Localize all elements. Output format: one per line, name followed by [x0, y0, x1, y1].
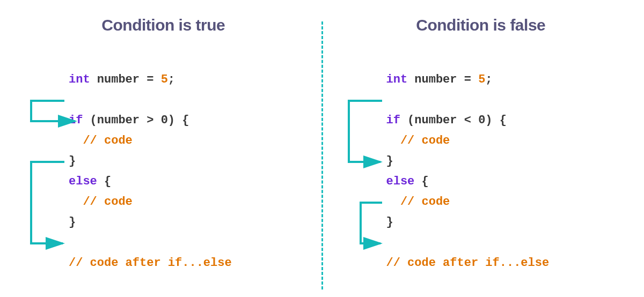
- comment-code-2: // code: [83, 195, 132, 209]
- comment-code-2: // code: [400, 195, 450, 209]
- else-open: {: [97, 175, 111, 188]
- panel-condition-true: Condition is true int number = 5; if (nu…: [11, 16, 316, 286]
- arrow-end-to-after: [361, 203, 382, 243]
- arrow-if-to-else: [349, 101, 382, 162]
- diagram-container: Condition is true int number = 5; if (nu…: [0, 0, 644, 297]
- panel-condition-false: Condition is false int number = 5; if (n…: [328, 16, 634, 286]
- kw-if: if: [386, 114, 400, 127]
- comment-after: // code after if...else: [69, 256, 232, 270]
- kw-else: else: [69, 175, 97, 188]
- title-true: Condition is true: [11, 16, 316, 34]
- decl-rest: number =: [90, 73, 161, 86]
- code-block-false: int number = 5; if (number < 0) { // cod…: [386, 49, 634, 273]
- semicolon: ;: [168, 73, 175, 86]
- num-5: 5: [161, 73, 168, 86]
- brace-close-2: }: [386, 216, 393, 229]
- kw-if: if: [69, 114, 83, 127]
- else-open: {: [414, 175, 428, 188]
- comment-code-1: // code: [400, 134, 450, 147]
- kw-int: int: [386, 73, 408, 86]
- if-cond: (number > 0) {: [83, 114, 189, 127]
- arrow-else-skip: [31, 162, 64, 243]
- comment-after: // code after if...else: [386, 256, 550, 270]
- kw-int: int: [69, 73, 90, 86]
- brace-close-2: }: [69, 216, 76, 229]
- brace-close-1: }: [386, 154, 393, 168]
- if-cond: (number < 0) {: [400, 114, 507, 127]
- code-block-true: int number = 5; if (number > 0) { // cod…: [69, 49, 316, 273]
- kw-else: else: [386, 175, 415, 188]
- title-false: Condition is false: [328, 16, 634, 34]
- comment-code-1: // code: [83, 134, 132, 147]
- semicolon: ;: [485, 73, 492, 86]
- vertical-divider: [321, 21, 323, 289]
- decl-rest: number =: [407, 73, 478, 86]
- num-5: 5: [478, 73, 485, 86]
- brace-close-1: }: [69, 154, 76, 168]
